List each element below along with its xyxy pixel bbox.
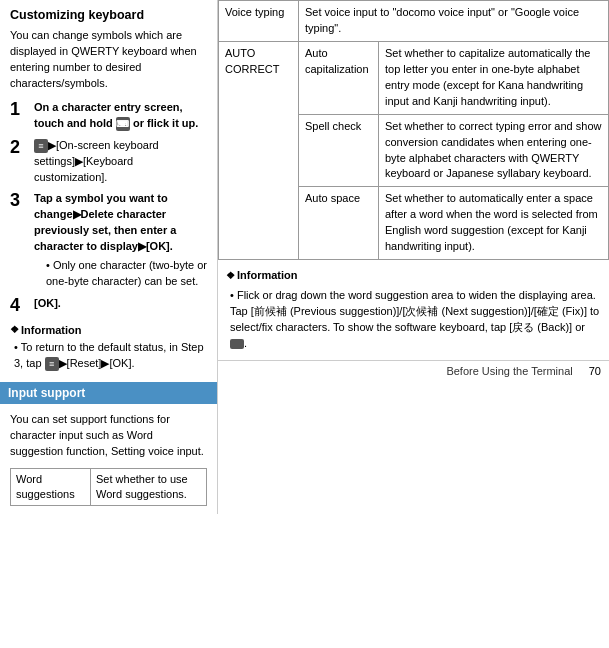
auto-space-label: Auto space [299,187,379,260]
menu-icon: ≡ [34,139,48,153]
step3-bullet: Only one character (two-byte or one-byte… [34,258,207,290]
step-number-4: 4 [10,296,28,316]
step-number-2: 2 [10,138,28,158]
step-text-4: [OK]. [34,296,61,312]
step-2: 2 ≡▶[On-screen keyboard settings]▶[Keybo… [10,138,207,186]
step-text-2: ≡▶[On-screen keyboard settings]▶[Keyboar… [34,138,207,186]
input-support-header: Input support [0,382,217,404]
keyboard-icon: ⌨ [116,117,130,131]
step-text-1: On a character entry screen, touch and h… [34,100,207,132]
info-text-left: • To return to the default status, in St… [10,340,207,372]
left-column: Customizing keyboard You can change symb… [0,0,218,514]
voice-typing-label: Voice typing [219,1,299,42]
step-1: 1 On a character entry screen, touch and… [10,100,207,132]
step-number-3: 3 [10,191,28,211]
spell-check-label: Spell check [299,114,379,187]
footer-page: 70 [589,365,601,377]
intro-text: You can change symbols which are display… [10,28,207,92]
auto-space-desc: Set whether to automatically enter a spa… [379,187,609,260]
table-row: Word suggestions Set whether to use Word… [11,468,207,506]
footer-text: Before Using the Terminal [446,365,572,377]
auto-correct-capitalization-row: AUTO CORRECT Auto capitalization Set whe… [219,41,609,114]
voice-typing-desc: Set voice input to "docomo voice input" … [299,1,609,42]
step-4: 4 [OK]. [10,296,207,316]
step-text-3: Tap a symbol you want to change▶Delete c… [34,191,207,290]
back-icon [230,339,244,349]
table-cell-desc: Set whether to use Word suggestions. [91,468,207,506]
right-table: Voice typing Set voice input to "docomo … [218,0,609,260]
right-info-section: Information • Flick or drag down the wor… [218,260,609,360]
auto-cap-desc: Set whether to capitalize automatically … [379,41,609,114]
right-info-title: Information [226,268,601,284]
reset-menu-icon: ≡ [45,357,59,371]
info-title-left: Information [10,324,207,336]
section-title: Customizing keyboard [10,8,207,22]
right-info-text: • Flick or drag down the word suggestion… [226,288,601,352]
spell-check-desc: Set whether to correct typing error and … [379,114,609,187]
info-section-left: Information • To return to the default s… [10,324,207,372]
voice-typing-row: Voice typing Set voice input to "docomo … [219,1,609,42]
auto-correct-label: AUTO CORRECT [219,41,299,259]
input-support-desc: You can set support functions for charac… [10,412,207,460]
page-container: Customizing keyboard You can change symb… [0,0,609,514]
step4-bold: [OK]. [34,297,61,309]
step-3: 3 Tap a symbol you want to change▶Delete… [10,191,207,290]
auto-cap-label: Auto capitalization [299,41,379,114]
table-cell-label: Word suggestions [11,468,91,506]
right-column: Voice typing Set voice input to "docomo … [218,0,609,514]
word-suggestions-table: Word suggestions Set whether to use Word… [10,468,207,507]
step3-bold: Tap a symbol you want to change▶Delete c… [34,192,176,252]
footer: Before Using the Terminal 70 [218,360,609,381]
step1-bold: On a character entry screen, touch and h… [34,101,198,129]
step-number-1: 1 [10,100,28,120]
